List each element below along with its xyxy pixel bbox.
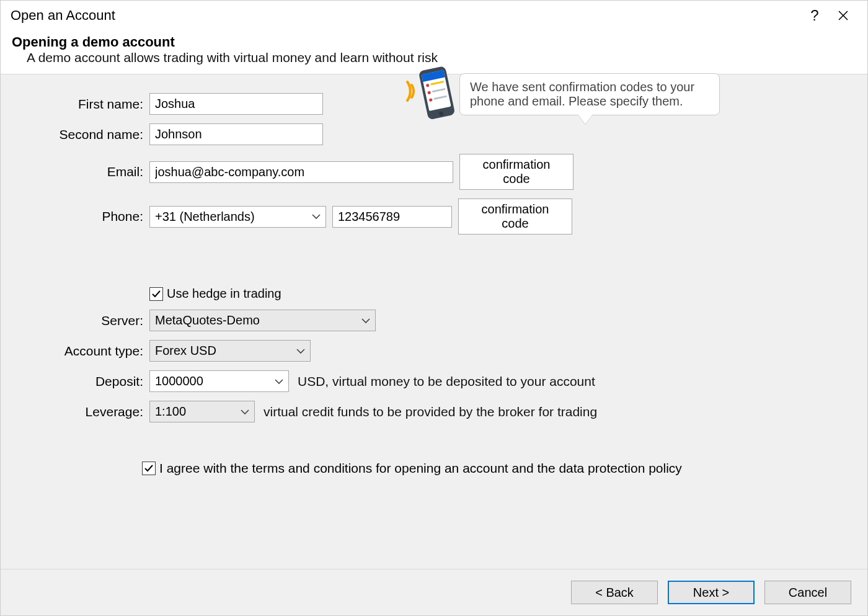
phone-number-input[interactable] [332,206,452,228]
email-label: Email: [13,164,149,179]
phone-prefix-value: +31 (Netherlands) [155,210,255,224]
titlebar: Open an Account ? [1,1,867,28]
phone-label: Phone: [13,209,149,224]
deposit-value: 1000000 [155,374,203,388]
close-icon [838,10,849,21]
use-hedge-checkbox[interactable] [149,287,163,301]
leverage-description: virtual credit funds to be provided by t… [264,404,597,419]
chevron-down-icon [361,318,370,324]
phone-confirmation-code-button[interactable]: confirmation code [458,199,572,234]
chevron-down-icon [296,348,305,354]
terms-label: I agree with the terms and conditions fo… [159,461,682,476]
first-name-input[interactable] [149,93,323,115]
chevron-down-icon [312,213,321,220]
email-confirmation-code-button[interactable]: confirmation code [459,154,574,190]
footer: < Back Next > Cancel [1,569,867,615]
second-name-label: Second name: [13,127,149,142]
checkmark-icon [151,289,161,299]
phone-prefix-select[interactable]: +31 (Netherlands) [149,206,326,228]
back-button[interactable]: < Back [571,581,658,604]
deposit-label: Deposit: [13,374,149,389]
chevron-down-icon [241,409,249,415]
second-name-input[interactable] [149,123,323,145]
server-select[interactable]: MetaQuotes-Demo [149,310,376,331]
form-body: We have sent confirmation codes to your … [1,74,867,569]
account-type-select[interactable]: Forex USD [149,340,311,362]
terms-checkbox[interactable] [142,462,156,475]
checkmark-icon [144,463,154,473]
first-name-label: First name: [13,97,149,112]
window-title: Open an Account [11,7,800,24]
help-button[interactable]: ? [800,6,829,25]
account-type-label: Account type: [13,344,149,359]
server-label: Server: [13,313,149,328]
email-input[interactable] [149,161,453,183]
server-value: MetaQuotes-Demo [155,313,260,328]
cancel-button[interactable]: Cancel [764,581,851,604]
leverage-label: Leverage: [13,404,149,419]
deposit-select[interactable]: 1000000 [149,370,289,392]
leverage-value: 1:100 [155,404,186,419]
open-account-dialog: Open an Account ? Opening a demo account… [0,0,868,616]
use-hedge-label: Use hedge in trading [167,287,281,301]
deposit-description: USD, virtual money to be deposited to yo… [298,374,595,389]
leverage-select[interactable]: 1:100 [149,401,255,422]
next-button[interactable]: Next > [668,581,755,604]
section-heading: Opening a demo account [12,34,856,50]
close-button[interactable] [829,6,857,25]
account-type-value: Forex USD [155,344,216,358]
chevron-down-icon [275,378,283,385]
